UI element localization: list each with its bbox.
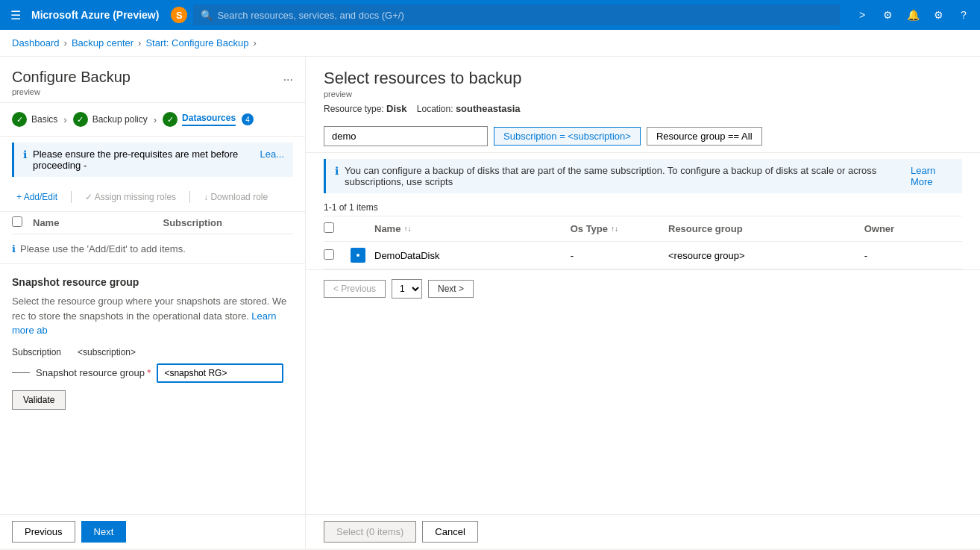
right-meta: Resource type: Disk Location: southeasta… xyxy=(324,103,962,114)
info-banner-text: Please ensure the pre-requisites are met… xyxy=(33,149,254,171)
row-checkbox[interactable] xyxy=(324,249,334,260)
page-select[interactable]: 1 xyxy=(392,279,422,299)
step-datasources[interactable]: ✓ Datasources 4 xyxy=(163,112,254,127)
notifications-icon[interactable]: 🔔 xyxy=(902,4,923,25)
left-panel: ... Configure Backup preview ✓ Basics › … xyxy=(0,57,306,549)
resource-table: Name ↑↓ Os Type ↑↓ Resource group Owner xyxy=(324,216,962,269)
validate-button[interactable]: Validate xyxy=(12,390,66,410)
resource-select-all-checkbox[interactable] xyxy=(324,222,334,233)
next-button[interactable]: Next xyxy=(81,521,127,543)
breadcrumb-backup-center[interactable]: Backup center xyxy=(72,37,134,49)
search-icon: 🔍 xyxy=(201,10,213,21)
ellipsis-menu[interactable]: ... xyxy=(283,70,293,84)
resource-type: Disk xyxy=(386,103,406,114)
subscription-filter-chip[interactable]: Subscription = <subscription> xyxy=(494,127,641,146)
right-info-text: You can configure a backup of disks that… xyxy=(345,165,896,187)
search-bar[interactable]: 🔍 xyxy=(193,4,840,25)
right-title: Select resources to backup xyxy=(324,69,962,88)
snapshot-desc: Select the resource group where your sna… xyxy=(12,294,293,338)
right-info-link[interactable]: Learn More xyxy=(911,165,953,187)
subscription-label: Subscription xyxy=(12,347,72,357)
cancel-button[interactable]: Cancel xyxy=(422,521,477,543)
info-banner: ℹ Please ensure the pre-requisites are m… xyxy=(12,143,293,177)
next-page-button[interactable]: Next > xyxy=(428,280,474,298)
cloud-shell-icon[interactable]: > xyxy=(852,4,873,25)
right-panel: Select resources to backup preview Resou… xyxy=(306,57,980,549)
required-marker: * xyxy=(147,367,151,378)
step-basics[interactable]: ✓ Basics xyxy=(12,112,57,127)
snapshot-rg-row: Snapshot resource group * xyxy=(12,363,293,383)
row-resource-group: <resource group> xyxy=(668,250,864,261)
hamburger-icon[interactable]: ☰ xyxy=(6,5,25,25)
portal-settings-icon[interactable]: ⚙ xyxy=(877,4,898,25)
page-title: Configure Backup xyxy=(12,69,293,86)
download-button[interactable]: ↓ Download role xyxy=(199,189,272,205)
left-bottom-bar: Previous Next xyxy=(0,514,305,549)
info-icon: ℹ xyxy=(23,149,27,160)
step-backup-label: Backup policy xyxy=(92,114,148,125)
add-edit-button[interactable]: + Add/Edit xyxy=(12,189,62,205)
row-name: DemoDataDisk xyxy=(374,250,571,261)
disk-icon xyxy=(351,248,365,263)
step-basics-check-icon: ✓ xyxy=(12,112,27,127)
table-empty-message: ℹ Please use the 'Add/Edit' to add items… xyxy=(12,234,293,263)
app-title: Microsoft Azure (Preview) xyxy=(31,9,159,21)
os-sort-icon[interactable]: ↑↓ xyxy=(611,225,618,233)
step-datasources-badge: 4 xyxy=(242,113,254,125)
table-header: Name Subscription xyxy=(12,212,293,234)
name-sort-icon[interactable]: ↑↓ xyxy=(403,225,411,233)
right-bottom-bar: Select (0 items) Cancel xyxy=(306,514,980,549)
breadcrumb: Dashboard › Backup center › Start: Confi… xyxy=(0,30,980,57)
page-subtitle: preview xyxy=(12,87,293,96)
settings-icon[interactable]: ⚙ xyxy=(928,4,949,25)
help-icon[interactable]: ? xyxy=(953,4,974,25)
table-empty-text: Please use the 'Add/Edit' to add items. xyxy=(20,243,186,254)
col-subscription-header: Subscription xyxy=(163,217,294,228)
subscription-row: Subscription <subscription> xyxy=(12,347,293,357)
rg-filter-label: Resource group == All xyxy=(656,131,753,142)
select-all-checkbox[interactable] xyxy=(12,216,22,227)
snapshot-title: Snapshot resource group xyxy=(12,276,293,288)
select-items-button[interactable]: Select (0 items) xyxy=(324,521,416,543)
resource-group-filter-chip[interactable]: Resource group == All xyxy=(647,127,762,146)
right-subtitle: preview xyxy=(324,90,962,99)
row-os-type: - xyxy=(571,250,668,261)
svg-point-1 xyxy=(356,254,359,257)
prev-page-button[interactable]: < Previous xyxy=(324,280,386,298)
col-owner-header: Owner xyxy=(864,223,962,234)
user-avatar[interactable]: S xyxy=(171,7,187,23)
pagination: < Previous 1 Next > xyxy=(306,269,980,307)
breadcrumb-start-configure[interactable]: Start: Configure Backup xyxy=(145,37,248,49)
resource-location: southeastasia xyxy=(456,103,521,114)
previous-button[interactable]: Previous xyxy=(12,521,75,543)
right-header: Select resources to backup preview Resou… xyxy=(306,57,980,120)
steps-bar: ✓ Basics › ✓ Backup policy › ✓ Datasourc… xyxy=(0,103,305,137)
right-info-banner: ℹ You can configure a backup of disks th… xyxy=(324,159,962,193)
step-backup-check-icon: ✓ xyxy=(73,112,88,127)
col-resource-name-header: Name ↑↓ xyxy=(374,223,571,234)
step-backup-policy[interactable]: ✓ Backup policy xyxy=(73,112,148,127)
step-basics-label: Basics xyxy=(31,114,57,125)
assign-missing-button[interactable]: ✓ Assign missing roles xyxy=(81,189,180,205)
col-rg-header: Resource group xyxy=(668,223,864,234)
snapshot-rg-label: Snapshot resource group * xyxy=(36,367,151,378)
table-empty-icon: ℹ xyxy=(12,243,16,254)
resource-table-header: Name ↑↓ Os Type ↑↓ Resource group Owner xyxy=(324,216,962,242)
subscription-value: <subscription> xyxy=(78,347,136,357)
subscription-filter-label: Subscription = <subscription> xyxy=(503,131,631,142)
left-header: ... Configure Backup preview xyxy=(0,57,305,103)
resource-search-input[interactable] xyxy=(324,126,488,146)
breadcrumb-dashboard[interactable]: Dashboard xyxy=(12,37,60,49)
main-layout: ... Configure Backup preview ✓ Basics › … xyxy=(0,57,980,549)
snapshot-section: Snapshot resource group Select the resou… xyxy=(0,263,305,514)
topbar: ☰ Microsoft Azure (Preview) S 🔍 > ⚙ 🔔 ⚙ … xyxy=(0,0,980,30)
table-row: DemoDataDisk - <resource group> - xyxy=(324,242,962,269)
search-input[interactable] xyxy=(217,10,832,21)
snapshot-rg-input[interactable] xyxy=(157,363,283,383)
info-banner-link[interactable]: Lea... xyxy=(260,149,284,160)
step-datasources-label: Datasources xyxy=(182,113,236,126)
result-count: 1-1 of 1 items xyxy=(306,199,980,216)
datasource-toolbar: + Add/Edit ✓ Assign missing roles ↓ Down… xyxy=(0,183,305,212)
topbar-icons: > ⚙ 🔔 ⚙ ? xyxy=(852,4,974,25)
right-info-icon: ℹ xyxy=(335,165,339,187)
